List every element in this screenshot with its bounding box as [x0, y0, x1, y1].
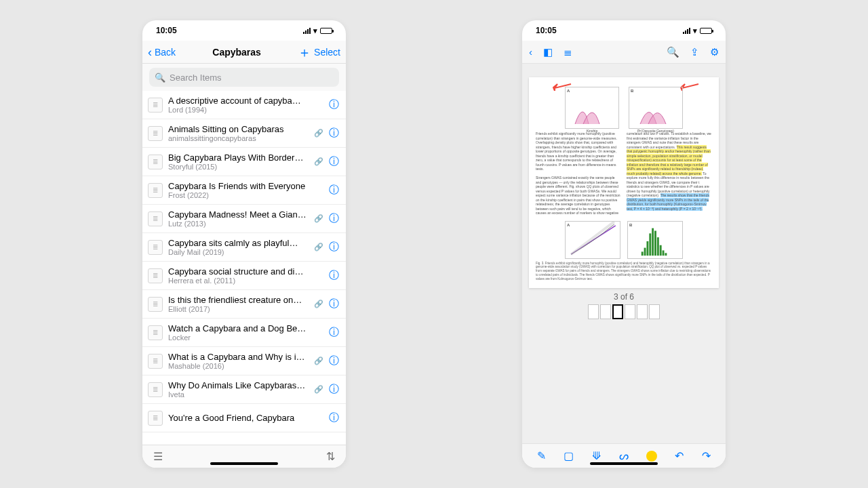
sort-button[interactable]: ⇅: [326, 450, 335, 463]
caption-text: Fig. 3. Friends exhibit significantly mo…: [536, 262, 712, 281]
search-placeholder: Search Items: [170, 73, 222, 83]
page-thumb[interactable]: [649, 304, 660, 319]
list-item[interactable]: ≣Capybara Is Friends with EveryoneFrost …: [142, 176, 346, 205]
battery-icon: [320, 28, 332, 34]
link-icon: 🔗: [314, 300, 323, 308]
color-picker[interactable]: [644, 449, 659, 464]
info-button[interactable]: ⓘ: [329, 127, 339, 140]
pdf-page[interactable]: A Kinship B Pr(Opposite Genotypes): [529, 77, 719, 288]
info-button[interactable]: ⓘ: [329, 326, 339, 339]
item-thumb-icon: ≣: [148, 268, 163, 283]
item-subtitle: Iveta: [168, 390, 309, 399]
back-button[interactable]: ‹ Back: [148, 46, 176, 58]
svg-rect-3: [646, 241, 648, 255]
item-subtitle: Lutz (2013): [168, 220, 309, 228]
list-item[interactable]: ≣You're a Good Friend, Capybaraⓘ: [142, 404, 346, 432]
chevron-left-icon: ‹: [148, 46, 152, 58]
search-input[interactable]: 🔍 Search Items: [149, 68, 339, 87]
list-item[interactable]: ≣Big Capybara Plays With Border…Storyful…: [142, 148, 346, 176]
item-title: Why Do Animals Like Capybaras…: [168, 380, 309, 390]
info-button[interactable]: ⓘ: [329, 184, 339, 197]
list-item[interactable]: ≣Animals Sitting on Capybarasanimalssitt…: [142, 119, 346, 148]
svg-rect-9: [663, 250, 665, 256]
item-title: Capybara Is Friends with Everyone: [168, 181, 323, 191]
info-button[interactable]: ⓘ: [329, 383, 339, 396]
home-indicator[interactable]: [210, 462, 278, 465]
svg-rect-1: [642, 251, 644, 256]
lasso-tool[interactable]: ᔕ: [616, 449, 631, 464]
search-icon: 🔍: [155, 73, 165, 83]
search-icon[interactable]: 🔍: [667, 46, 679, 58]
item-text: What is a Capybara and Why is i…Mashable…: [168, 352, 309, 370]
info-button[interactable]: ⓘ: [329, 212, 339, 225]
share-icon[interactable]: ⇪: [690, 46, 699, 58]
list-item[interactable]: ≣Capybara social structure and di…Herrer…: [142, 262, 346, 290]
outline-icon[interactable]: ≣: [564, 46, 572, 58]
item-text: Why Do Animals Like Capybaras…Iveta: [168, 380, 309, 399]
info-button[interactable]: ⓘ: [329, 98, 339, 111]
back-button[interactable]: ‹: [529, 46, 532, 58]
item-subtitle: Frost (2022): [168, 191, 323, 199]
item-subtitle: Storyful (2015): [168, 163, 309, 171]
page-thumb[interactable]: [625, 304, 635, 319]
svg-rect-10: [665, 253, 667, 256]
link-icon: 🔗: [314, 385, 323, 394]
search-container: 🔍 Search Items: [142, 64, 346, 91]
reader-toolbar: ‹ ◧ ≣ 🔍 ⇪ ⚙: [522, 41, 726, 64]
info-button[interactable]: ⓘ: [329, 241, 339, 253]
add-button[interactable]: ＋: [298, 45, 311, 59]
link-icon: 🔗: [314, 157, 323, 166]
item-list[interactable]: ≣A descriptive account of capyba…Lord (1…: [142, 91, 346, 445]
item-title: You're a Good Friend, Capybara: [168, 413, 323, 423]
item-text: Capybara Madness! Meet a Gian…Lutz (2013…: [168, 209, 309, 228]
item-subtitle: Lord (1994): [168, 106, 323, 114]
item-thumb-icon: ≣: [148, 240, 163, 255]
link-icon: 🔗: [314, 243, 323, 251]
body-text: Friends exhibit significantly more homop…: [536, 131, 712, 216]
wifi-icon: ▾: [693, 26, 697, 35]
item-title: What is a Capybara and Why is i…: [168, 352, 309, 362]
note-tool[interactable]: ▢: [561, 449, 576, 464]
page-thumb[interactable]: [612, 304, 623, 319]
document-area[interactable]: A Kinship B Pr(Opposite Genotypes): [522, 64, 726, 443]
fig3-panel-b: B: [627, 221, 683, 259]
select-button[interactable]: Select: [314, 47, 340, 58]
axis-label: Kinship: [587, 129, 597, 134]
list-item[interactable]: ≣What is a Capybara and Why is i…Mashabl…: [142, 347, 346, 375]
undo-button[interactable]: ↶: [671, 449, 686, 464]
info-button[interactable]: ⓘ: [329, 298, 339, 310]
item-text: Watch a Capybara and a Dog Be…Locker: [168, 323, 323, 342]
info-button[interactable]: ⓘ: [329, 411, 339, 424]
list-item[interactable]: ≣A descriptive account of capyba…Lord (1…: [142, 91, 346, 119]
list-item[interactable]: ≣Capybara sits calmly as playful…Daily M…: [142, 233, 346, 262]
item-thumb-icon: ≣: [148, 211, 163, 226]
redo-button[interactable]: ↷: [699, 449, 714, 464]
page-thumb[interactable]: [637, 304, 648, 319]
list-item[interactable]: ≣Why Do Animals Like Capybaras…Iveta🔗ⓘ: [142, 375, 346, 404]
info-button[interactable]: ⓘ: [329, 269, 339, 282]
crop-tool[interactable]: ⟱: [589, 449, 604, 464]
item-thumb-icon: ≣: [148, 155, 163, 169]
list-item[interactable]: ≣Watch a Capybara and a Dog Be…Lockerⓘ: [142, 319, 346, 347]
item-title: Is this the friendliest creature on…: [168, 295, 309, 305]
link-icon: 🔗: [314, 357, 323, 365]
home-indicator[interactable]: [590, 462, 658, 465]
pencil-tool[interactable]: ✎: [534, 449, 549, 464]
list-item[interactable]: ≣Capybara Madness! Meet a Gian…Lutz (201…: [142, 205, 346, 233]
item-title: Capybara social structure and di…: [168, 266, 323, 277]
page-thumb[interactable]: [600, 304, 611, 319]
page-thumb[interactable]: [588, 304, 599, 319]
info-button[interactable]: ⓘ: [329, 155, 339, 168]
status-right: ▾: [303, 26, 332, 35]
sidebar-toggle-icon[interactable]: ◧: [543, 46, 553, 58]
item-thumb-icon: ≣: [148, 98, 163, 113]
filter-button[interactable]: ☰: [153, 450, 163, 463]
page-thumbnails[interactable]: [588, 304, 660, 319]
item-title: Capybara sits calmly as playful…: [168, 238, 309, 248]
list-item[interactable]: ≣Is this the friendliest creature on…Ell…: [142, 290, 346, 319]
battery-icon: [700, 28, 712, 34]
gear-icon[interactable]: ⚙: [710, 46, 719, 58]
info-button[interactable]: ⓘ: [329, 354, 339, 367]
item-text: Is this the friendliest creature on…Elli…: [168, 295, 309, 313]
item-text: Capybara social structure and di…Herrera…: [168, 266, 323, 285]
